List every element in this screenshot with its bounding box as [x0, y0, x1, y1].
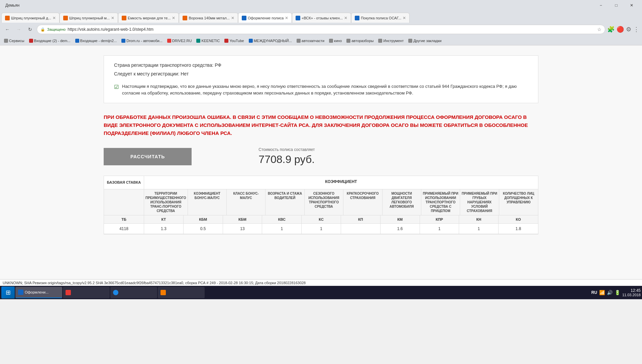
browser-window: Демьян − □ ✕ Шприц плунжерный д... ✕ Шпр…: [0, 0, 642, 299]
bookmark-star-icon[interactable]: ☆: [597, 27, 602, 32]
abbrev-km: КМ: [381, 215, 420, 223]
checkbox-row: ☑ Настоящим я подтверждаю, что все данны…: [114, 83, 528, 96]
clock-date: 11.03.2018: [622, 293, 641, 297]
bookmark-item-4[interactable]: Drom.ru - автомоби...: [120, 38, 164, 43]
tab-favicon: [242, 16, 246, 20]
data-kn: 1: [459, 224, 499, 234]
browser-tab-1[interactable]: Шприц плунжерный д... ✕: [1, 13, 60, 23]
coeff-table-wrap: БАЗОВАЯ СТАВКА КОЭФФИЦИЕНТ ТЕРРИТОРИИ ПР…: [104, 176, 538, 234]
taskbar: ⊞ Оформлени... RU 📶 🔊 🔋 12:45 11.03.2018: [0, 286, 642, 299]
address-bar[interactable]: 🔒 Защищено https://vsk.autoins.ru/egaran…: [37, 25, 605, 34]
bookmark-favicon: [378, 39, 382, 43]
extension-icon-3[interactable]: ⚙: [626, 26, 631, 33]
bookmark-label: Другие закладки: [413, 39, 441, 43]
bookmark-item-9[interactable]: автозапчасти: [295, 38, 326, 43]
bookmark-item-10[interactable]: кино: [328, 38, 343, 43]
forward-button[interactable]: →: [14, 25, 23, 34]
bookmark-label: авторазборы: [351, 39, 373, 43]
bookmark-item-11[interactable]: авторазборы: [345, 38, 375, 43]
browser-tab-6[interactable]: «ВСК» - отзывы клиен... ✕: [292, 13, 351, 23]
calc-button-label: РАССЧИТАТЬ: [130, 154, 165, 159]
tab-close-icon[interactable]: ✕: [285, 16, 288, 20]
bookmark-item-3[interactable]: Входящие - demijn2...: [74, 38, 118, 43]
calc-price-row: РАССЧИТАТЬ Стоимость полиса составляет 7…: [104, 147, 538, 166]
taskbar-icon-1: [18, 290, 23, 295]
window-controls: − □ ✕: [593, 0, 639, 11]
taskbar-btn-4[interactable]: [158, 287, 205, 298]
taskbar-btn-3[interactable]: [110, 287, 157, 298]
extension-icon-2[interactable]: 🔴: [617, 26, 624, 33]
calc-button[interactable]: РАССЧИТАТЬ: [104, 148, 192, 165]
network-icon: 📶: [599, 290, 605, 295]
tab-favicon: [183, 16, 187, 20]
bookmark-item-7[interactable]: YouTube: [223, 38, 245, 43]
sub-th-7: ПРИМЕНЯЕМЫЙ ПРИ ИСПОЛЬЗОВАНИИ ТРАНСПОРТН…: [421, 189, 460, 215]
tab-title: Шприц плунжерный м...: [69, 16, 110, 20]
sub-th-6: МОЩНОСТИ ДВИГАТЕЛЯ ЛЕГКОВОГО АВТОМОБИЛЯ: [383, 189, 421, 215]
abbrev-kvs: КВС: [262, 215, 302, 223]
error-message: ПРИ ОБРАБОТКЕ ДАННЫХ ПРОИЗОШЛА ОШИБКА. В…: [104, 113, 538, 137]
tab-close-icon[interactable]: ✕: [231, 16, 234, 20]
bookmark-favicon: [249, 39, 253, 43]
data-tb: 4118: [104, 224, 144, 234]
abbrev-kbm: КБМ: [184, 215, 223, 223]
info-text-1: Страна регистрации транспортного средств…: [114, 62, 221, 68]
checkbox-checked-icon[interactable]: ☑: [114, 84, 119, 90]
browser-tab-5[interactable]: Оформление полиса ✕: [238, 13, 292, 23]
abbrev-kpr: КПР: [420, 215, 459, 223]
lang-indicator: RU: [592, 290, 597, 295]
tab-close-icon[interactable]: ✕: [172, 16, 175, 20]
browser-tab-7[interactable]: Покупка полиса ОСАГ... ✕: [351, 13, 410, 23]
maximize-button[interactable]: □: [609, 0, 624, 11]
bookmark-favicon: [167, 39, 171, 43]
bookmark-favicon: [75, 39, 79, 43]
start-button[interactable]: ⊞: [1, 287, 15, 299]
tab-close-icon[interactable]: ✕: [111, 16, 114, 20]
taskbar-btn-2[interactable]: [63, 287, 110, 298]
tab-close-icon[interactable]: ✕: [403, 16, 406, 20]
reload-button[interactable]: ↻: [25, 25, 35, 34]
data-kp: [341, 224, 381, 234]
bookmark-label: Сервисы: [9, 39, 24, 43]
status-bar: UNKNOWN; SHA Ревизия origin/tags/rsa_tco…: [0, 279, 642, 286]
abbrev-kbm2: КБМ: [223, 215, 262, 223]
close-button[interactable]: ✕: [624, 0, 639, 11]
clock-time: 12:45: [622, 288, 641, 293]
minimize-button[interactable]: −: [593, 0, 609, 11]
tab-favicon: [296, 16, 300, 20]
taskbar-label-1: Оформлени...: [25, 290, 48, 294]
abbrev-kp: КП: [341, 215, 381, 223]
bookmark-item-6[interactable]: KEENETIC: [195, 38, 221, 43]
page-content: Страна регистрации транспортного средств…: [97, 49, 545, 241]
volume-icon: 🔊: [607, 290, 613, 295]
browser-tab-3[interactable]: Емкость мерная для те... ✕: [118, 13, 179, 23]
address-url: https://vsk.autoins.ru/egarant-web-1.0/s…: [68, 27, 153, 32]
bookmark-label: Инструмент: [383, 39, 404, 43]
coeff-label: КОЭФФИЦИЕНТ: [325, 179, 357, 184]
tab-favicon: [5, 16, 10, 20]
abbrev-ko: КО: [499, 215, 538, 223]
bookmark-item-2[interactable]: Входящие (2) - dem...: [28, 38, 72, 43]
tab-close-icon[interactable]: ✕: [52, 16, 56, 20]
tab-close-icon[interactable]: ✕: [344, 16, 347, 20]
bookmark-item-13[interactable]: Другие закладки: [407, 38, 443, 43]
taskbar-btn-1[interactable]: Оформлени...: [15, 287, 62, 298]
bookmark-item-1[interactable]: Сервисы: [3, 38, 26, 43]
data-kbm: 0.5: [184, 224, 223, 234]
back-button[interactable]: ←: [3, 25, 12, 34]
taskbar-icon-4: [160, 290, 166, 295]
data-km: 1.6: [381, 224, 420, 234]
bookmark-item-12[interactable]: Инструмент: [377, 38, 405, 43]
tab-title: Воронка 140мм метал...: [189, 16, 229, 20]
tab-favicon: [63, 16, 68, 20]
data-kpr: 1: [420, 224, 459, 234]
info-text-2: Следует к месту регистрации: Нет: [114, 71, 189, 76]
sub-th-2: КЛАСС БОНУС-МАЛУС: [227, 189, 265, 215]
tab-title: Покупка полиса ОСАГ...: [361, 16, 401, 20]
browser-tab-2[interactable]: Шприц плунжерный м... ✕: [60, 13, 118, 23]
menu-icon[interactable]: ⋮: [633, 26, 639, 33]
bookmark-item-5[interactable]: DRIVE2.RU: [166, 38, 193, 43]
browser-tab-4[interactable]: Воронка 140мм метал... ✕: [179, 13, 238, 23]
extension-icon-1[interactable]: 🧩: [607, 26, 615, 33]
bookmark-item-8[interactable]: МЕЖДУНАРОДНЫЙ...: [247, 38, 293, 43]
